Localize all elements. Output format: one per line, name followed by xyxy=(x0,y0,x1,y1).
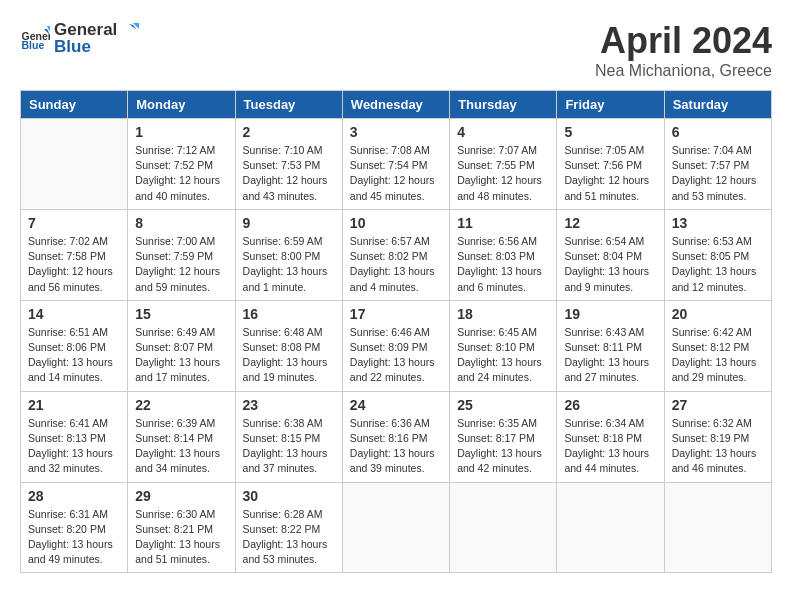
day-number: 3 xyxy=(350,124,442,140)
calendar-cell: 2Sunrise: 7:10 AMSunset: 7:53 PMDaylight… xyxy=(235,119,342,210)
col-friday: Friday xyxy=(557,91,664,119)
calendar-cell: 28Sunrise: 6:31 AMSunset: 8:20 PMDayligh… xyxy=(21,482,128,573)
col-thursday: Thursday xyxy=(450,91,557,119)
week-row-5: 28Sunrise: 6:31 AMSunset: 8:20 PMDayligh… xyxy=(21,482,772,573)
calendar-cell: 29Sunrise: 6:30 AMSunset: 8:21 PMDayligh… xyxy=(128,482,235,573)
calendar-cell: 27Sunrise: 6:32 AMSunset: 8:19 PMDayligh… xyxy=(664,391,771,482)
calendar-cell: 21Sunrise: 6:41 AMSunset: 8:13 PMDayligh… xyxy=(21,391,128,482)
day-number: 6 xyxy=(672,124,764,140)
calendar-cell: 23Sunrise: 6:38 AMSunset: 8:15 PMDayligh… xyxy=(235,391,342,482)
day-info: Sunrise: 6:36 AMSunset: 8:16 PMDaylight:… xyxy=(350,416,442,477)
calendar-cell: 20Sunrise: 6:42 AMSunset: 8:12 PMDayligh… xyxy=(664,300,771,391)
day-info: Sunrise: 6:57 AMSunset: 8:02 PMDaylight:… xyxy=(350,234,442,295)
calendar-cell xyxy=(557,482,664,573)
day-info: Sunrise: 7:00 AMSunset: 7:59 PMDaylight:… xyxy=(135,234,227,295)
day-info: Sunrise: 6:49 AMSunset: 8:07 PMDaylight:… xyxy=(135,325,227,386)
calendar-cell: 30Sunrise: 6:28 AMSunset: 8:22 PMDayligh… xyxy=(235,482,342,573)
calendar-cell xyxy=(664,482,771,573)
day-info: Sunrise: 6:41 AMSunset: 8:13 PMDaylight:… xyxy=(28,416,120,477)
day-number: 7 xyxy=(28,215,120,231)
day-number: 30 xyxy=(243,488,335,504)
calendar-header-row: Sunday Monday Tuesday Wednesday Thursday… xyxy=(21,91,772,119)
day-info: Sunrise: 6:42 AMSunset: 8:12 PMDaylight:… xyxy=(672,325,764,386)
title-section: April 2024 Nea Michaniona, Greece xyxy=(595,20,772,80)
day-number: 20 xyxy=(672,306,764,322)
day-info: Sunrise: 6:56 AMSunset: 8:03 PMDaylight:… xyxy=(457,234,549,295)
calendar-cell: 8Sunrise: 7:00 AMSunset: 7:59 PMDaylight… xyxy=(128,209,235,300)
week-row-1: 1Sunrise: 7:12 AMSunset: 7:52 PMDaylight… xyxy=(21,119,772,210)
day-number: 9 xyxy=(243,215,335,231)
day-number: 25 xyxy=(457,397,549,413)
day-info: Sunrise: 7:12 AMSunset: 7:52 PMDaylight:… xyxy=(135,143,227,204)
col-sunday: Sunday xyxy=(21,91,128,119)
calendar-table: Sunday Monday Tuesday Wednesday Thursday… xyxy=(20,90,772,573)
week-row-3: 14Sunrise: 6:51 AMSunset: 8:06 PMDayligh… xyxy=(21,300,772,391)
calendar-cell: 22Sunrise: 6:39 AMSunset: 8:14 PMDayligh… xyxy=(128,391,235,482)
col-monday: Monday xyxy=(128,91,235,119)
calendar-cell: 12Sunrise: 6:54 AMSunset: 8:04 PMDayligh… xyxy=(557,209,664,300)
day-info: Sunrise: 6:46 AMSunset: 8:09 PMDaylight:… xyxy=(350,325,442,386)
col-tuesday: Tuesday xyxy=(235,91,342,119)
day-info: Sunrise: 7:05 AMSunset: 7:56 PMDaylight:… xyxy=(564,143,656,204)
day-number: 5 xyxy=(564,124,656,140)
calendar-cell xyxy=(342,482,449,573)
calendar-cell: 3Sunrise: 7:08 AMSunset: 7:54 PMDaylight… xyxy=(342,119,449,210)
day-number: 16 xyxy=(243,306,335,322)
day-info: Sunrise: 7:10 AMSunset: 7:53 PMDaylight:… xyxy=(243,143,335,204)
day-info: Sunrise: 7:04 AMSunset: 7:57 PMDaylight:… xyxy=(672,143,764,204)
calendar-cell: 26Sunrise: 6:34 AMSunset: 8:18 PMDayligh… xyxy=(557,391,664,482)
day-info: Sunrise: 6:39 AMSunset: 8:14 PMDaylight:… xyxy=(135,416,227,477)
calendar-cell: 9Sunrise: 6:59 AMSunset: 8:00 PMDaylight… xyxy=(235,209,342,300)
month-title: April 2024 xyxy=(595,20,772,62)
calendar-cell: 14Sunrise: 6:51 AMSunset: 8:06 PMDayligh… xyxy=(21,300,128,391)
day-info: Sunrise: 6:31 AMSunset: 8:20 PMDaylight:… xyxy=(28,507,120,568)
week-row-4: 21Sunrise: 6:41 AMSunset: 8:13 PMDayligh… xyxy=(21,391,772,482)
calendar-cell: 6Sunrise: 7:04 AMSunset: 7:57 PMDaylight… xyxy=(664,119,771,210)
day-info: Sunrise: 6:38 AMSunset: 8:15 PMDaylight:… xyxy=(243,416,335,477)
day-number: 27 xyxy=(672,397,764,413)
calendar-cell xyxy=(21,119,128,210)
col-wednesday: Wednesday xyxy=(342,91,449,119)
calendar-cell: 11Sunrise: 6:56 AMSunset: 8:03 PMDayligh… xyxy=(450,209,557,300)
day-number: 19 xyxy=(564,306,656,322)
logo-icon: General Blue xyxy=(20,23,50,53)
calendar-cell: 13Sunrise: 6:53 AMSunset: 8:05 PMDayligh… xyxy=(664,209,771,300)
logo: General Blue General Blue xyxy=(20,20,139,57)
calendar-cell: 18Sunrise: 6:45 AMSunset: 8:10 PMDayligh… xyxy=(450,300,557,391)
location-title: Nea Michaniona, Greece xyxy=(595,62,772,80)
day-number: 24 xyxy=(350,397,442,413)
day-info: Sunrise: 6:34 AMSunset: 8:18 PMDaylight:… xyxy=(564,416,656,477)
calendar-cell: 10Sunrise: 6:57 AMSunset: 8:02 PMDayligh… xyxy=(342,209,449,300)
day-number: 18 xyxy=(457,306,549,322)
day-info: Sunrise: 7:08 AMSunset: 7:54 PMDaylight:… xyxy=(350,143,442,204)
day-info: Sunrise: 7:02 AMSunset: 7:58 PMDaylight:… xyxy=(28,234,120,295)
day-info: Sunrise: 6:54 AMSunset: 8:04 PMDaylight:… xyxy=(564,234,656,295)
calendar-cell: 1Sunrise: 7:12 AMSunset: 7:52 PMDaylight… xyxy=(128,119,235,210)
day-number: 12 xyxy=(564,215,656,231)
calendar-cell: 4Sunrise: 7:07 AMSunset: 7:55 PMDaylight… xyxy=(450,119,557,210)
day-number: 11 xyxy=(457,215,549,231)
calendar-cell: 5Sunrise: 7:05 AMSunset: 7:56 PMDaylight… xyxy=(557,119,664,210)
page-header: General Blue General Blue April 2024 Nea… xyxy=(20,20,772,80)
day-number: 8 xyxy=(135,215,227,231)
day-number: 22 xyxy=(135,397,227,413)
day-info: Sunrise: 6:45 AMSunset: 8:10 PMDaylight:… xyxy=(457,325,549,386)
logo-bird-icon xyxy=(119,20,139,40)
day-number: 23 xyxy=(243,397,335,413)
day-number: 1 xyxy=(135,124,227,140)
day-number: 26 xyxy=(564,397,656,413)
day-info: Sunrise: 7:07 AMSunset: 7:55 PMDaylight:… xyxy=(457,143,549,204)
day-info: Sunrise: 6:32 AMSunset: 8:19 PMDaylight:… xyxy=(672,416,764,477)
svg-marker-5 xyxy=(133,23,139,29)
logo-blue: Blue xyxy=(54,38,139,57)
calendar-cell: 24Sunrise: 6:36 AMSunset: 8:16 PMDayligh… xyxy=(342,391,449,482)
day-info: Sunrise: 6:48 AMSunset: 8:08 PMDaylight:… xyxy=(243,325,335,386)
calendar-cell: 19Sunrise: 6:43 AMSunset: 8:11 PMDayligh… xyxy=(557,300,664,391)
col-saturday: Saturday xyxy=(664,91,771,119)
day-info: Sunrise: 6:35 AMSunset: 8:17 PMDaylight:… xyxy=(457,416,549,477)
logo-wordmark: General Blue xyxy=(54,20,139,57)
day-number: 14 xyxy=(28,306,120,322)
day-number: 29 xyxy=(135,488,227,504)
day-number: 13 xyxy=(672,215,764,231)
day-number: 21 xyxy=(28,397,120,413)
